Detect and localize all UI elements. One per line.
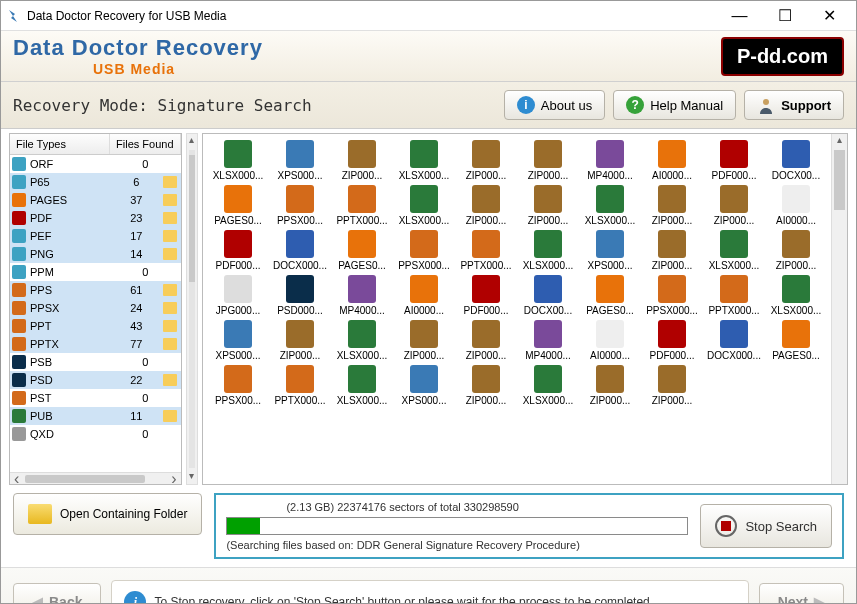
file-item[interactable]: XLSX000... [519,365,577,406]
file-item[interactable]: PDF000... [209,230,267,271]
file-item[interactable]: PDF000... [705,140,763,181]
file-item[interactable]: ZIP000... [643,185,701,226]
file-item[interactable]: PPSX000... [643,275,701,316]
file-item[interactable]: DOCX000... [705,320,763,361]
file-name: DOCX000... [707,350,761,361]
file-item[interactable]: PPTX000... [457,230,515,271]
file-type-row[interactable]: PSD 22 [10,371,181,389]
file-item[interactable]: XPS000... [581,230,639,271]
horizontal-scrollbar[interactable]: ‹ › [10,472,181,484]
file-item[interactable]: XLSX000... [705,230,763,271]
file-item[interactable]: XLSX000... [333,365,391,406]
file-item[interactable]: PDF000... [643,320,701,361]
file-item[interactable]: PPTX000... [333,185,391,226]
files-found-header[interactable]: Files Found [110,134,181,154]
file-item[interactable]: ZIP000... [643,365,701,406]
file-type-row[interactable]: PAGES 37 [10,191,181,209]
file-type-row[interactable]: PDF 23 [10,209,181,227]
file-type-row[interactable]: PNG 14 [10,245,181,263]
file-item[interactable]: PAGES0... [333,230,391,271]
file-item[interactable]: MP4000... [333,275,391,316]
files-grid[interactable]: XLSX000... XPS000... ZIP000... XLSX000..… [203,134,831,484]
file-item[interactable]: PAGES0... [767,320,825,361]
file-type-row[interactable]: PPM 0 [10,263,181,281]
file-type-row[interactable]: PEF 17 [10,227,181,245]
file-item[interactable]: ZIP000... [457,140,515,181]
file-icon [286,320,314,348]
file-item[interactable]: ZIP000... [457,320,515,361]
stop-search-button[interactable]: Stop Search [700,504,832,548]
file-type-count: 11 [110,410,163,422]
file-type-row[interactable]: PUB 11 [10,407,181,425]
minimize-button[interactable]: — [717,2,762,30]
file-item[interactable]: PPTX000... [705,275,763,316]
file-item[interactable]: PDF000... [457,275,515,316]
scroll-thumb[interactable] [25,475,145,483]
file-item[interactable]: ZIP000... [519,140,577,181]
right-vertical-scrollbar[interactable]: ▴ [831,134,847,484]
file-item[interactable]: AI0000... [395,275,453,316]
file-item[interactable]: JPG000... [209,275,267,316]
file-type-row[interactable]: P65 6 [10,173,181,191]
file-item[interactable]: ZIP000... [581,365,639,406]
file-item[interactable]: ZIP000... [519,185,577,226]
left-vertical-scrollbar[interactable]: ▴ ▾ [186,133,198,485]
file-types-list[interactable]: ORF 0 P65 6 PAGES 37 PDF 23 PEF 17 PNG 1… [10,155,181,472]
file-type-row[interactable]: QXD 0 [10,425,181,443]
file-item[interactable]: XLSX000... [209,140,267,181]
file-type-name: PNG [30,248,110,260]
file-item[interactable]: MP4000... [519,320,577,361]
file-type-row[interactable]: PST 0 [10,389,181,407]
file-item[interactable]: XPS000... [271,140,329,181]
file-item[interactable]: PAGES0... [209,185,267,226]
open-containing-folder-button[interactable]: Open Containing Folder [13,493,202,535]
close-button[interactable]: ✕ [807,2,852,30]
file-item[interactable]: XLSX000... [581,185,639,226]
file-item[interactable]: ZIP000... [395,320,453,361]
support-button[interactable]: Support [744,90,844,120]
file-type-row[interactable]: PPSX 24 [10,299,181,317]
back-button[interactable]: ◀ Back [13,583,101,604]
file-item[interactable]: DOCX00... [767,140,825,181]
file-item[interactable]: PPSX00... [209,365,267,406]
next-button[interactable]: Next ▶ [759,583,844,604]
file-type-row[interactable]: ORF 0 [10,155,181,173]
file-type-name: PDF [30,212,110,224]
file-item[interactable]: XLSX000... [767,275,825,316]
file-item[interactable]: PPSX000... [395,230,453,271]
file-item[interactable]: PPTX000... [271,365,329,406]
file-type-row[interactable]: PPT 43 [10,317,181,335]
file-item[interactable]: AI0000... [643,140,701,181]
file-item[interactable]: XLSX000... [395,185,453,226]
file-item[interactable]: PPSX00... [271,185,329,226]
file-item[interactable]: ZIP000... [643,230,701,271]
file-item[interactable]: XLSX000... [519,230,577,271]
file-item[interactable]: ZIP000... [333,140,391,181]
file-types-header[interactable]: File Types [10,134,110,154]
file-icon [472,140,500,168]
file-item[interactable]: DOCX000... [271,230,329,271]
about-us-button[interactable]: i About us [504,90,605,120]
file-type-row[interactable]: PPTX 77 [10,335,181,353]
help-manual-button[interactable]: ? Help Manual [613,90,736,120]
file-item[interactable]: AI0000... [767,185,825,226]
file-item[interactable]: ZIP000... [767,230,825,271]
file-item[interactable]: XLSX000... [395,140,453,181]
file-item[interactable]: ZIP000... [271,320,329,361]
file-type-row[interactable]: PPS 61 [10,281,181,299]
file-item[interactable]: ZIP000... [457,365,515,406]
file-item[interactable]: ZIP000... [457,185,515,226]
file-item[interactable]: ZIP000... [705,185,763,226]
maximize-button[interactable]: ☐ [762,2,807,30]
file-item[interactable]: XLSX000... [333,320,391,361]
file-item[interactable]: DOCX00... [519,275,577,316]
file-item[interactable]: PSD000... [271,275,329,316]
file-icon [224,365,252,393]
file-item[interactable]: PAGES0... [581,275,639,316]
file-item[interactable]: XPS000... [395,365,453,406]
file-item[interactable]: AI0000... [581,320,639,361]
file-item[interactable]: MP4000... [581,140,639,181]
file-name: ZIP000... [652,395,693,406]
file-item[interactable]: XPS000... [209,320,267,361]
file-type-row[interactable]: PSB 0 [10,353,181,371]
